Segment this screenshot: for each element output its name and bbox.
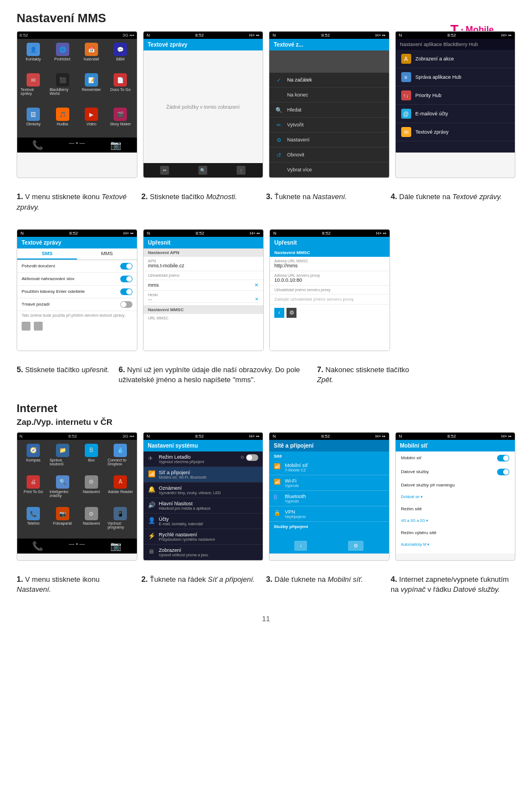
- net-subtitle-mobilni: T-Mobile CZ: [285, 468, 308, 472]
- screenshots-row-3: N 8:52 3G ▪▪▪ 🧭 Kompas 📁 Správa souborů …: [17, 432, 515, 561]
- empty-placeholder: [396, 229, 515, 351]
- screenshot-9: N 8:52 H+ ▪▪ Nastavení systému ✈ Režim L…: [143, 432, 264, 561]
- hub-header: Nastavení aplikace BlackBerry Hub: [396, 39, 515, 50]
- mmsc-gear-icon[interactable]: ⚙: [287, 308, 296, 318]
- time-3: 8:52: [321, 33, 330, 38]
- page-title: Nastavení MMS: [17, 11, 515, 26]
- sit-icon: 📶: [148, 470, 156, 478]
- txt-empty: Žádné položky v tomto zobrazení: [144, 50, 263, 163]
- toggle-doruceni[interactable]: [120, 263, 132, 270]
- dropdown-chevron-4g: ▾: [426, 519, 428, 523]
- mmsc-back-icon[interactable]: ‹: [274, 308, 284, 318]
- field-value-apn: mms.t-mobile.cz: [148, 263, 259, 268]
- priority-icon: ↑↓: [401, 90, 411, 100]
- step-text-int-2: Ťuknete na řádek Síť a připojení.: [150, 575, 255, 583]
- net-item-wifi: 📶 Wi-Fi Vypnuto: [269, 475, 389, 491]
- hub-item-label: Zobrazení a akce: [416, 56, 454, 62]
- menu-vytvorit[interactable]: ✏ Vytvořit: [269, 118, 389, 133]
- app-print: 🖨 Print To Go: [19, 474, 47, 504]
- app-label: Výchozí programy: [108, 521, 133, 529]
- signal-5: H+ ▪▪: [124, 231, 134, 236]
- sys-item-text-oz: Oznámení Vyzváněcí tóny, zvuky, vibrace,…: [159, 485, 221, 495]
- step-text-2: Stisknete tlačítko Možnosti.: [150, 192, 237, 201]
- menu-na-konec[interactable]: Na konec: [269, 88, 389, 103]
- toggle-datove[interactable]: [497, 469, 509, 475]
- menu-hledat[interactable]: 🔍 Hledat: [269, 103, 389, 118]
- tab-mms[interactable]: MMS: [77, 248, 137, 260]
- bottom-bar-2: 📞 — ▪ — 📷: [17, 539, 137, 554]
- app-box: B Box: [78, 442, 105, 473]
- menu-nastaveni[interactable]: ⚙ Nastavení: [269, 133, 389, 148]
- sys-title: Režim Letadlo: [159, 454, 204, 460]
- prohlizec-icon: 🌐: [56, 43, 69, 56]
- menu-item-label: Na začátek: [287, 77, 312, 83]
- bbworld-icon: ⬛: [56, 73, 69, 87]
- net-title-mobilni: Mobilní síť: [285, 463, 308, 468]
- indicator-n9: N: [147, 434, 150, 439]
- menu-na-zacatek[interactable]: ✓ Na začátek: [269, 73, 389, 88]
- app-int-znacky: 🔍 Inteligentní značky: [48, 474, 76, 504]
- app-kompas: 🧭 Kompas: [19, 442, 47, 473]
- toggle-tmave[interactable]: [120, 301, 132, 308]
- tab-sms[interactable]: SMS: [17, 248, 77, 260]
- menu-item-label: Obnovit: [287, 152, 304, 158]
- phone-icon: 📞: [32, 140, 43, 150]
- step-text-int-1: V menu stisknete ikonu Nastavení.: [17, 575, 100, 594]
- sys-subtitle-oz: Vyzváněcí tóny, zvuky, vibrace, LED: [159, 491, 221, 495]
- toggle-letadlo[interactable]: [246, 454, 258, 461]
- textove-hub-icon: ✉: [401, 127, 411, 137]
- create-icon: ✏: [275, 121, 283, 129]
- sys-item-oznameni: 🔔 Oznámení Vyzváněcí tóny, zvuky, vibrac…: [144, 483, 263, 498]
- app-label: Story Maker: [110, 122, 131, 126]
- txt-bottom-bar: ✏ 🔍 ⋮: [144, 163, 263, 177]
- bluetooth-icon: B: [274, 494, 282, 502]
- app-sprava-souboru: 📁 Správa souborů: [48, 442, 76, 473]
- menu-icon: ⋮: [237, 166, 245, 175]
- signal-4: H+ ▪▪: [502, 33, 511, 38]
- dropdown-value-4g: 4G a 3G a 2G: [401, 519, 426, 522]
- telefon-icon2: 📞: [27, 507, 40, 520]
- screenshot-8: N 8:52 3G ▪▪▪ 🧭 Kompas 📁 Správa souborů …: [17, 432, 137, 561]
- net-subtitle-vpn: Nepřipojeno: [285, 515, 306, 519]
- empty-text: Žádné položky v tomto zobrazení: [166, 104, 240, 110]
- back-icon[interactable]: [22, 322, 30, 331]
- toggle-mobilni-sit[interactable]: [497, 455, 509, 461]
- hub-item-email: @ E-mailové účty: [396, 105, 515, 123]
- net-back-btn[interactable]: ‹: [294, 541, 307, 551]
- toggle-nahrazovani[interactable]: [120, 276, 132, 282]
- net-dropdown-dotazat[interactable]: Dotázat se ▾: [401, 495, 423, 499]
- letadlo-toggle: O: [241, 454, 258, 461]
- status-bar-2: N 8:52 H+ ▪▪: [144, 32, 263, 39]
- toggle-enter[interactable]: [120, 288, 132, 295]
- step-number-7: 7.: [317, 365, 324, 374]
- app-nastaveni: ⚙ Nastavení: [78, 474, 105, 504]
- proxy-user-label: Uživatelské jméno serveru proxy: [274, 288, 385, 292]
- net-row-rezim-site: Režim sítě: [396, 503, 515, 515]
- mmsc-nastaveni-label: Nastavení MMSC: [270, 248, 390, 257]
- refresh-icon: ↺: [275, 151, 283, 159]
- step-int-2: 2. Ťuknete na řádek Síť a připojení.: [141, 571, 266, 598]
- step-number-3: 3.: [266, 192, 273, 201]
- print-icon: 🖨: [27, 475, 40, 489]
- menu-vybrat-vice[interactable]: Vybrat více: [269, 163, 389, 177]
- app-label: Remember: [82, 88, 101, 92]
- app-video: ▶ Video: [78, 106, 105, 135]
- proxy-value: 10.0.0.10:80: [274, 277, 385, 283]
- settings-row-doruceni: Potvrdit doručení: [17, 260, 137, 273]
- menu-obnovit[interactable]: ↺ Obnovit: [269, 148, 389, 163]
- forward-icon[interactable]: [34, 322, 43, 331]
- app-label: Nastavení: [83, 521, 100, 525]
- sys-title-ry: Rychlé nastavení: [159, 532, 216, 537]
- net-dropdown-auto[interactable]: Automaticky M ▾: [401, 542, 430, 547]
- sys-title-sit: Síť a připojení: [159, 470, 207, 475]
- apn-section-label: Nastavení APN: [144, 248, 263, 257]
- net-dropdown-4g[interactable]: 4G a 3G a 2G ▾: [401, 519, 429, 523]
- dropdown-menu: ✓ Na začátek Na konec 🔍 Hledat ✏ Vytvoři…: [269, 73, 389, 177]
- signal-3: H+ ▪▪: [375, 33, 385, 38]
- heslo-clear[interactable]: ✕: [255, 297, 259, 302]
- field-label-heslo: Heslo: [148, 293, 259, 297]
- net-gear-btn[interactable]: ⚙: [348, 541, 364, 551]
- txt-header: Textové zprávy: [144, 39, 263, 50]
- signal-6: H+ ▪▪: [250, 231, 260, 236]
- clear-icon[interactable]: ✕: [254, 282, 259, 288]
